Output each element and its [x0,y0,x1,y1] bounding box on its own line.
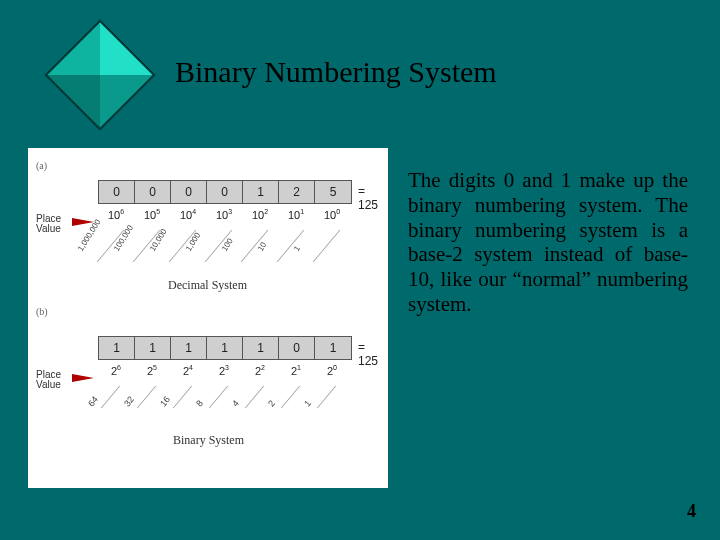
decimal-digit: 2 [279,181,315,203]
exp: 1 [297,364,301,371]
pv: 10 [252,209,264,221]
exp: 1 [300,208,304,215]
pv: 10 [288,209,300,221]
binary-digit: 0 [279,337,315,359]
exp: 4 [189,364,193,371]
part-a-label: (a) [36,160,47,171]
arrow-icon [72,374,94,382]
binary-place-value-label: Place Value [36,370,76,390]
exp: 2 [264,208,268,215]
figure-panel: (a) 0 0 0 0 1 2 5 = 125 Place Value 106 … [28,148,388,488]
binary-power-row: 26 25 24 23 22 21 20 [98,364,350,377]
pv: 10 [144,209,156,221]
exp: 3 [228,208,232,215]
exp: 5 [153,364,157,371]
decimal-caption: Decimal System [168,278,247,293]
pv: 10 [324,209,336,221]
exp: 5 [156,208,160,215]
body-paragraph: The digits 0 and 1 make up the binary nu… [408,168,688,317]
exp: 2 [261,364,265,371]
exp: 4 [192,208,196,215]
decimal-place-value-label: Place Value [36,214,76,234]
binary-placevalue: 64 [86,394,100,408]
binary-digit: 1 [207,337,243,359]
exp: 0 [336,208,340,215]
binary-digit: 1 [243,337,279,359]
binary-result: = 125 [358,340,388,368]
binary-digit: 1 [99,337,135,359]
decimal-digit: 0 [171,181,207,203]
exp: 6 [120,208,124,215]
binary-digit: 1 [171,337,207,359]
binary-digit-row: 1 1 1 1 1 0 1 [98,336,352,360]
pv: 10 [108,209,120,221]
diamond-bullet-icon [40,15,160,135]
decimal-power-row: 106 105 104 103 102 101 100 [98,208,350,221]
page-number: 4 [687,501,696,522]
binary-digit: 1 [135,337,171,359]
binary-caption: Binary System [173,433,244,448]
decimal-digit: 0 [135,181,171,203]
decimal-digit: 1 [243,181,279,203]
decimal-digit: 0 [99,181,135,203]
pv: 10 [180,209,192,221]
decimal-digit: 0 [207,181,243,203]
binary-digit: 1 [315,337,351,359]
exp: 0 [333,364,337,371]
pv: 10 [216,209,228,221]
exp: 6 [117,364,121,371]
decimal-digit-row: 0 0 0 0 1 2 5 [98,180,352,204]
exp: 3 [225,364,229,371]
decimal-digit: 5 [315,181,351,203]
part-b-label: (b) [36,306,48,317]
decimal-result: = 125 [358,184,388,212]
slide-title: Binary Numbering System [175,55,497,89]
